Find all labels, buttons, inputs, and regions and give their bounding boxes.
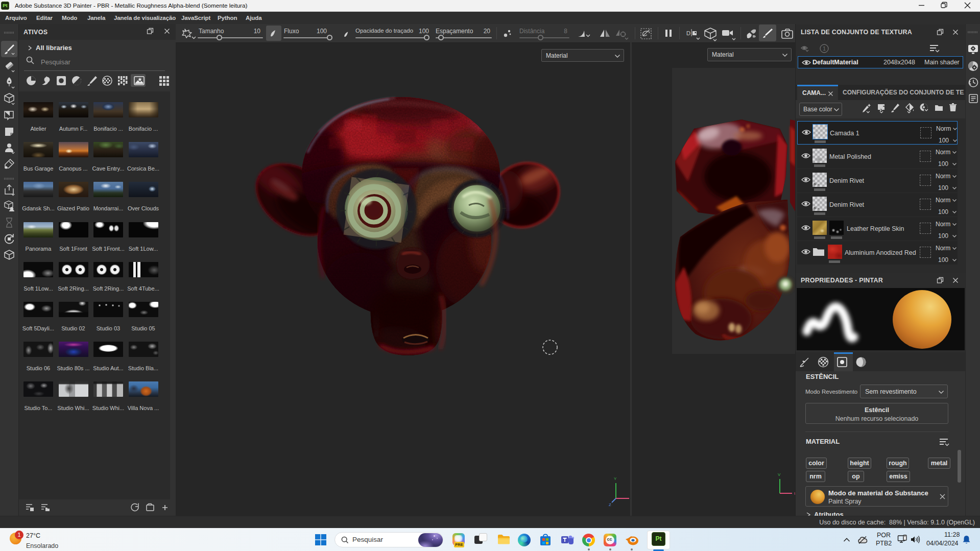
svg-text:D: D: [686, 30, 690, 36]
svg-text:Z: Z: [609, 502, 611, 507]
svg-text:1: 1: [823, 45, 826, 52]
svg-text:V: V: [778, 472, 781, 477]
svg-text:Y: Y: [614, 476, 617, 481]
